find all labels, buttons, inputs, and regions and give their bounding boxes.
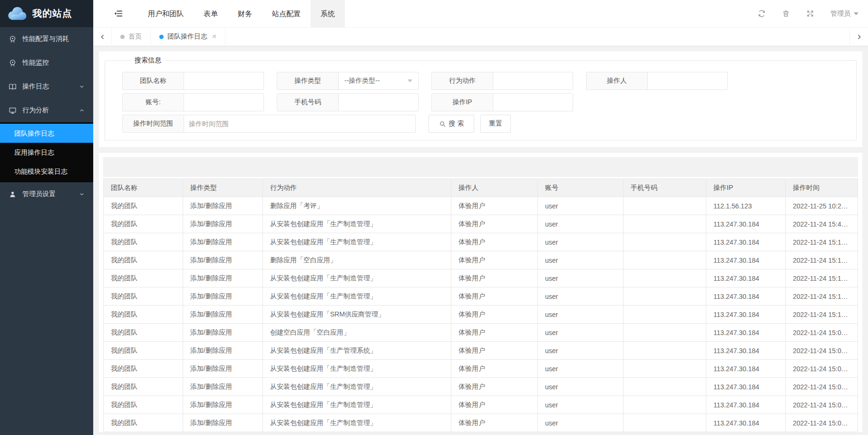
field-group-operation-ip: 操作IP — [431, 93, 573, 111]
table-cell: 添加/删除应用 — [183, 197, 263, 215]
table-cell: 我的团队 — [104, 360, 183, 378]
table-cell: user — [538, 251, 624, 269]
table-cell: 体验用户 — [451, 342, 538, 360]
column-header: 手机号码 — [624, 179, 706, 197]
search-icon — [439, 120, 449, 128]
table-cell: 2022-11-24 15:12:40 — [786, 269, 858, 287]
table-cell: 体验用户 — [451, 269, 538, 287]
refresh-icon[interactable] — [758, 10, 766, 18]
field-group-phone: 手机号码 — [277, 93, 419, 111]
table-cell: 我的团队 — [104, 197, 183, 215]
table-cell: 2022-11-24 15:06:34 — [786, 360, 858, 378]
column-header: 操作时间 — [786, 179, 858, 197]
topnav-item-users-and-teams[interactable]: 用户和团队 — [138, 0, 194, 27]
table-row: 我的团队添加/删除应用从安装包创建应用「生产制造管理」体验用户user113.2… — [104, 269, 858, 287]
topnav-item-forms[interactable]: 表单 — [194, 0, 228, 27]
table-cell: 113.247.30.184 — [706, 324, 786, 342]
sidebar-subitem-module-install-log[interactable]: 功能模块安装日志 — [0, 162, 93, 181]
topnav-item-site-config[interactable]: 站点配置 — [262, 0, 311, 27]
table-row: 我的团队添加/删除应用删除应用「空白应用」体验用户user113.247.30.… — [104, 251, 858, 269]
table-cell: 我的团队 — [104, 269, 183, 287]
search-form-row: 操作时间范围搜 索重置 — [122, 115, 850, 133]
table-cell — [624, 324, 706, 342]
sidebar-item-performance-config[interactable]: 性能配置与消耗 — [0, 27, 93, 51]
sidebar-subitem-app-operation-log[interactable]: 应用操作日志 — [0, 143, 93, 162]
table-cell: 体验用户 — [451, 197, 538, 215]
sidebar-item-admin-settings[interactable]: 管理员设置 — [0, 182, 93, 206]
table-cell: 我的团队 — [104, 251, 183, 269]
operation-ip-input[interactable] — [493, 94, 573, 111]
sidebar-subitem-team-operation-log[interactable]: 团队操作日志 — [0, 124, 93, 143]
tab-close-icon[interactable]: × — [212, 33, 216, 40]
sidebar-item-operation-logs[interactable]: 操作日志 — [0, 75, 93, 99]
table-cell: 体验用户 — [451, 378, 538, 396]
tabs-scroll-right-icon[interactable] — [849, 28, 868, 46]
trash-icon[interactable] — [782, 10, 790, 18]
topnav-item-system[interactable]: 系统 — [311, 0, 345, 27]
search-form-row: 团队名称操作类型--操作类型--行为动作操作人 — [122, 72, 850, 90]
collapse-sidebar-icon[interactable] — [114, 9, 123, 18]
search-legend: 搜索信息 — [131, 56, 165, 65]
site-name: 我的站点 — [32, 7, 72, 20]
tabs-scroll-left-icon[interactable] — [93, 28, 112, 46]
table-cell: 从安装包创建应用「生产制造管理」 — [263, 396, 451, 414]
user-icon — [9, 190, 17, 198]
account-input[interactable] — [184, 94, 263, 111]
cloud-logo-icon — [6, 6, 29, 22]
tab-label: 首页 — [128, 32, 142, 41]
tab-home[interactable]: 首页 — [112, 28, 151, 46]
table-cell: 从安装包创建应用「生产制造管理」 — [263, 215, 451, 233]
logo: 我的站点 — [0, 0, 93, 27]
table-cell: user — [538, 378, 624, 396]
chevron-up-icon — [79, 108, 85, 113]
tab-team-operation-log[interactable]: 团队操作日志× — [151, 28, 225, 46]
table-cell: 添加/删除应用 — [183, 251, 263, 269]
user-menu[interactable]: 管理员 — [830, 10, 858, 18]
table-cell: user — [538, 306, 624, 324]
table-cell — [624, 396, 706, 414]
operation-type-select[interactable]: --操作类型-- — [339, 72, 418, 89]
table-cell: 添加/删除应用 — [183, 342, 263, 360]
team-name-input[interactable] — [184, 72, 263, 89]
time-range-input[interactable] — [184, 115, 415, 132]
table-cell: 113.247.30.184 — [706, 414, 786, 432]
table-cell: 体验用户 — [451, 324, 538, 342]
log-table-panel: 团队名称操作类型行为动作操作人账号手机号码操作IP操作时间 我的团队添加/删除应… — [99, 153, 862, 432]
table-cell: user — [538, 197, 624, 215]
topnav-item-finance[interactable]: 财务 — [228, 0, 262, 27]
tab-dot — [159, 35, 164, 39]
reset-button[interactable]: 重置 — [480, 115, 511, 133]
table-row: 我的团队添加/删除应用从安装包创建应用「生产制造管理」体验用户user113.2… — [104, 233, 858, 251]
sidebar-item-label: 性能配置与消耗 — [22, 35, 69, 43]
column-header: 操作类型 — [183, 179, 263, 197]
table-cell: 2022-11-24 15:13:57 — [786, 251, 858, 269]
phone-input[interactable] — [339, 94, 418, 111]
column-header: 账号 — [538, 179, 624, 197]
tabs-strip: 首页团队操作日志× — [112, 28, 225, 46]
table-cell: 113.247.30.184 — [706, 233, 786, 251]
sidebar-item-performance-monitor[interactable]: 性能监控 — [0, 51, 93, 75]
field-label-team-name: 团队名称 — [123, 72, 184, 89]
chevron-down-icon — [79, 84, 85, 89]
column-header: 团队名称 — [104, 179, 183, 197]
search-button[interactable]: 搜 索 — [429, 115, 474, 133]
table-cell: 2022-11-25 10:20:32 — [786, 197, 858, 215]
field-label-operation-type: 操作类型 — [277, 72, 339, 89]
action-input[interactable] — [493, 72, 573, 89]
table-cell: 我的团队 — [104, 324, 183, 342]
table-cell: 添加/删除应用 — [183, 287, 263, 306]
table-cell: user — [538, 342, 624, 360]
table-cell: 113.247.30.184 — [706, 378, 786, 396]
search-panel: 搜索信息 团队名称操作类型--操作类型--行为动作操作人账号:手机号码操作IP操… — [99, 51, 862, 147]
field-label-operator: 操作人 — [586, 72, 648, 89]
topnav-items: 用户和团队表单财务站点配置系统 — [138, 0, 345, 27]
sidebar-item-label: 操作日志 — [22, 82, 49, 91]
table-cell: 我的团队 — [104, 306, 183, 324]
sidebar-item-behavior-analysis[interactable]: 行为分析 — [0, 99, 93, 122]
search-form-row: 账号:手机号码操作IP — [122, 93, 850, 111]
log-table: 团队名称操作类型行为动作操作人账号手机号码操作IP操作时间 我的团队添加/删除应… — [103, 178, 858, 432]
fullscreen-icon[interactable] — [806, 10, 814, 18]
operator-input[interactable] — [648, 72, 727, 89]
table-cell: 体验用户 — [451, 251, 538, 269]
table-cell — [624, 306, 706, 324]
